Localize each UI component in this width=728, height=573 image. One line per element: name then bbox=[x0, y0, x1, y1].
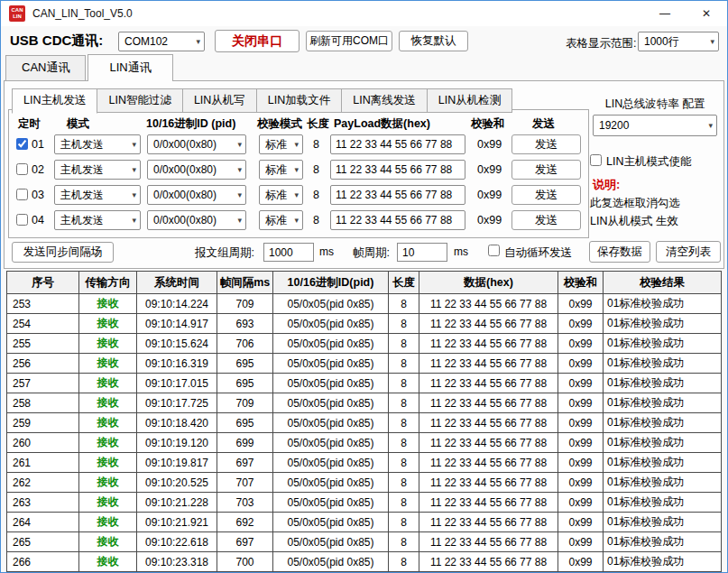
log-row[interactable]: 255 接收 09:10:15.624 706 05/0x05(pid 0x85… bbox=[7, 334, 722, 354]
group-period-input[interactable] bbox=[263, 243, 314, 262]
send-button[interactable]: 发送 bbox=[511, 185, 581, 205]
log-header-cell: 传输方向 bbox=[79, 272, 137, 294]
check-mode-select[interactable]: 标准 ▾ bbox=[259, 210, 303, 230]
payload-input[interactable] bbox=[330, 160, 465, 180]
close-button[interactable]: ✕ bbox=[686, 1, 727, 26]
mode-value: 主机发送 bbox=[60, 188, 104, 203]
check-mode-select[interactable]: 标准 ▾ bbox=[259, 185, 303, 205]
log-cell-time: 09:10:19.817 bbox=[137, 453, 217, 473]
save-data-button[interactable]: 保存数据 bbox=[589, 241, 650, 263]
tab-lin-smart-filter[interactable]: LIN智能过滤 bbox=[97, 88, 182, 113]
close-serial-button[interactable]: 关闭串口 bbox=[215, 30, 299, 52]
mode-select[interactable]: 主机发送 ▾ bbox=[54, 210, 141, 230]
baud-rate-select[interactable]: 19200 ▾ bbox=[593, 115, 717, 136]
mode-value: 主机发送 bbox=[60, 137, 104, 152]
tab-can[interactable]: CAN通讯 bbox=[5, 55, 86, 80]
log-cell-time: 09:10:21.921 bbox=[137, 513, 217, 532]
refresh-com-button[interactable]: 刷新可用COM口 bbox=[306, 31, 392, 51]
log-cell-data: 11 22 33 44 55 66 77 88 bbox=[419, 393, 558, 413]
log-cell-id: 05/0x05(pid 0x85) bbox=[273, 393, 389, 413]
log-row[interactable]: 263 接收 09:10:21.228 703 05/0x05(pid 0x85… bbox=[7, 493, 722, 513]
id-select[interactable]: 0/0x00(0x80) ▾ bbox=[147, 210, 246, 230]
log-cell-direction: 接收 bbox=[79, 453, 137, 473]
minimize-button[interactable]: — bbox=[644, 1, 686, 26]
log-cell-id: 05/0x05(pid 0x85) bbox=[273, 473, 389, 493]
id-select[interactable]: 0/0x00(0x80) ▾ bbox=[147, 160, 246, 180]
log-row[interactable]: 266 接收 09:10:23.318 700 05/0x05(pid 0x85… bbox=[7, 552, 722, 572]
mode-select[interactable]: 主机发送 ▾ bbox=[54, 134, 141, 154]
frame-period-unit: ms bbox=[454, 245, 468, 258]
log-cell-length: 8 bbox=[389, 334, 419, 354]
checksum-value: 0x99 bbox=[477, 189, 502, 201]
log-row[interactable]: 260 接收 09:10:19.120 699 05/0x05(pid 0x85… bbox=[7, 433, 722, 453]
header-id: 10/16进制ID (pid) bbox=[146, 116, 235, 132]
log-cell-data: 11 22 33 44 55 66 77 88 bbox=[419, 334, 558, 354]
check-mode-value: 标准 bbox=[265, 188, 287, 203]
auto-loop-checkbox[interactable] bbox=[488, 245, 500, 256]
log-cell-interval: 699 bbox=[217, 433, 273, 453]
id-value: 0/0x00(0x80) bbox=[153, 189, 217, 201]
row-enable-checkbox[interactable] bbox=[16, 189, 28, 200]
tab-lin-load-file[interactable]: LIN加载文件 bbox=[256, 88, 342, 113]
tab-lin-slave-detect[interactable]: LIN从机检测 bbox=[427, 88, 512, 113]
chevron-down-icon: ▾ bbox=[294, 165, 299, 174]
log-cell-result: 01标准校验成功 bbox=[604, 473, 722, 493]
frame-period-input[interactable] bbox=[397, 243, 447, 262]
check-mode-select[interactable]: 标准 ▾ bbox=[259, 134, 303, 154]
log-header-cell: 10/16进制ID(pid) bbox=[273, 272, 389, 294]
log-cell-length: 8 bbox=[389, 513, 419, 532]
log-row[interactable]: 264 接收 09:10:21.921 692 05/0x05(pid 0x85… bbox=[7, 513, 722, 532]
log-cell-data: 11 22 33 44 55 66 77 88 bbox=[419, 513, 558, 532]
log-row[interactable]: 261 接收 09:10:19.817 697 05/0x05(pid 0x85… bbox=[7, 453, 722, 473]
send-button[interactable]: 发送 bbox=[511, 134, 581, 154]
log-row[interactable]: 259 接收 09:10:18.420 695 05/0x05(pid 0x85… bbox=[7, 413, 722, 433]
row-enable-checkbox[interactable] bbox=[16, 214, 28, 226]
mode-select[interactable]: 主机发送 ▾ bbox=[54, 160, 141, 180]
log-cell-direction: 接收 bbox=[79, 294, 137, 314]
restore-default-button[interactable]: 恢复默认 bbox=[399, 31, 468, 51]
send-config-row: 03 主机发送 ▾ 0/0x00(0x80) ▾ 标准 ▾ 8 0x99 发送 bbox=[9, 185, 588, 205]
tab-lin-slave-write[interactable]: LIN从机写 bbox=[182, 88, 257, 113]
id-select[interactable]: 0/0x00(0x80) ▾ bbox=[147, 185, 246, 205]
log-cell-index: 258 bbox=[7, 393, 79, 413]
log-cell-length: 8 bbox=[389, 532, 419, 552]
send-button[interactable]: 发送 bbox=[511, 160, 581, 180]
log-cell-direction: 接收 bbox=[79, 513, 137, 532]
log-cell-id: 05/0x05(pid 0x85) bbox=[273, 433, 389, 453]
log-row[interactable]: 254 接收 09:10:14.917 693 05/0x05(pid 0x85… bbox=[7, 314, 722, 334]
log-cell-data: 11 22 33 44 55 66 77 88 bbox=[419, 354, 558, 374]
mode-select[interactable]: 主机发送 ▾ bbox=[54, 185, 141, 205]
clear-list-button[interactable]: 清空列表 bbox=[656, 241, 721, 263]
log-row[interactable]: 253 接收 09:10:14.224 709 05/0x05(pid 0x85… bbox=[7, 294, 722, 314]
app-logo-line2: LIN bbox=[13, 14, 22, 20]
log-row[interactable]: 262 接收 09:10:20.525 707 05/0x05(pid 0x85… bbox=[7, 473, 722, 493]
log-cell-checksum: 0x99 bbox=[558, 453, 604, 473]
log-header-cell: 系统时间 bbox=[137, 272, 217, 294]
send-button[interactable]: 发送 bbox=[511, 210, 581, 230]
log-row[interactable]: 258 接收 09:10:17.725 709 05/0x05(pid 0x85… bbox=[7, 393, 722, 413]
master-mode-enable-checkbox[interactable] bbox=[590, 154, 602, 166]
log-row[interactable]: 257 接收 09:10:17.015 695 05/0x05(pid 0x85… bbox=[7, 374, 722, 393]
payload-input[interactable] bbox=[330, 185, 465, 205]
payload-input[interactable] bbox=[330, 134, 465, 154]
app-window: CAN LIN CAN_LIN_Tool_V5.0 — ✕ USB CDC通讯:… bbox=[0, 0, 728, 573]
chevron-down-icon: ▾ bbox=[708, 121, 713, 130]
tab-lin-master-send[interactable]: LIN主机发送 bbox=[12, 88, 97, 114]
log-cell-checksum: 0x99 bbox=[558, 513, 604, 532]
log-table-body: 253 接收 09:10:14.224 709 05/0x05(pid 0x85… bbox=[7, 294, 722, 572]
log-row[interactable]: 265 接收 09:10:22.618 697 05/0x05(pid 0x85… bbox=[7, 532, 722, 552]
check-mode-select[interactable]: 标准 ▾ bbox=[259, 160, 303, 180]
row-enable-checkbox[interactable] bbox=[16, 138, 28, 150]
com-port-select[interactable]: COM102 ▾ bbox=[118, 32, 205, 51]
row-enable-checkbox[interactable] bbox=[16, 163, 28, 175]
log-cell-checksum: 0x99 bbox=[558, 294, 604, 314]
payload-input[interactable] bbox=[330, 210, 465, 230]
tab-lin[interactable]: LIN通讯 bbox=[88, 54, 172, 81]
id-select[interactable]: 0/0x00(0x80) ▾ bbox=[147, 134, 246, 154]
tab-lin-offline-send[interactable]: LIN离线发送 bbox=[341, 88, 427, 113]
log-cell-index: 261 bbox=[7, 453, 79, 473]
table-range-select[interactable]: 1000行 ▾ bbox=[638, 32, 719, 51]
chevron-down-icon: ▾ bbox=[294, 140, 299, 149]
send-sync-gap-button[interactable]: 发送同步间隔场 bbox=[12, 242, 114, 263]
log-row[interactable]: 256 接收 09:10:16.319 695 05/0x05(pid 0x85… bbox=[7, 354, 722, 374]
